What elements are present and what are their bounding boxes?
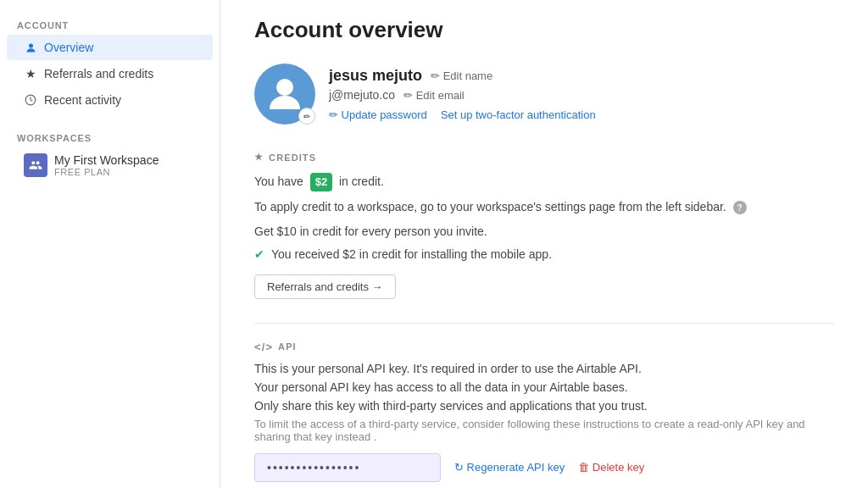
credit-intro-before: You have: [254, 175, 303, 188]
delete-key-link[interactable]: 🗑 Delete key: [578, 461, 644, 474]
credit-intro: You have $2 in credit.: [254, 173, 834, 191]
user-actions: ✏ Update password Set up two-factor auth…: [329, 108, 596, 121]
edit-email-link[interactable]: ✏ Edit email: [403, 89, 465, 102]
referrals-button[interactable]: Referrals and credits →: [254, 274, 396, 299]
credits-section: ★ CREDITS You have $2 in credit. To appl…: [254, 152, 834, 299]
clock-icon: [24, 93, 37, 107]
credits-content: You have $2 in credit. To apply credit t…: [254, 173, 834, 299]
user-name-row: jesus mejuto ✏ Edit name: [329, 67, 596, 85]
api-description: This is your personal API key. It's requ…: [254, 362, 834, 443]
svg-point-2: [276, 79, 293, 96]
workspace-icon: [24, 153, 47, 177]
workspace-plan: FREE PLAN: [54, 167, 159, 177]
api-section: </> API This is your personal API key. I…: [254, 341, 834, 482]
person-icon: [24, 41, 37, 54]
sidebar-item-overview[interactable]: Overview: [7, 35, 213, 60]
workspace-info: My First Workspace FREE PLAN: [54, 153, 159, 177]
sidebar-item-recent[interactable]: Recent activity: [7, 87, 213, 113]
credits-label-text: CREDITS: [269, 152, 316, 163]
sidebar-workspace[interactable]: My First Workspace FREE PLAN: [7, 147, 213, 183]
sidebar-item-recent-label: Recent activity: [44, 93, 121, 107]
user-info: jesus mejuto ✏ Edit name j@mejuto.co ✏ E…: [329, 64, 596, 121]
user-name: jesus mejuto: [329, 67, 422, 85]
apply-instruction: To apply credit to a workspace, go to yo…: [254, 198, 834, 216]
workspace-name: My First Workspace: [54, 153, 159, 167]
star-credits-icon: ★: [254, 152, 264, 163]
invite-instruction: Get $10 in credit for every person you i…: [254, 223, 834, 241]
api-line1: This is your personal API key. It's requ…: [254, 362, 834, 375]
credits-section-label: ★ CREDITS: [254, 152, 834, 163]
update-password-link[interactable]: ✏ Update password: [329, 108, 427, 121]
star-icon: ★: [24, 67, 37, 80]
api-limit-note: To limit the access of a third-party ser…: [254, 418, 834, 443]
sidebar-section-workspaces: WORKSPACES: [0, 126, 220, 147]
edit-name-link[interactable]: ✏ Edit name: [431, 69, 492, 82]
api-section-label: </> API: [254, 341, 834, 353]
received-credit-row: ✔ You received $2 in credit for installi…: [254, 247, 834, 261]
two-factor-link[interactable]: Set up two-factor authentication: [441, 108, 596, 121]
regenerate-api-key-link[interactable]: ↻ Regenerate API key: [454, 461, 565, 474]
code-icon: </>: [254, 341, 273, 353]
sidebar-item-referrals-label: Referrals and credits: [44, 67, 153, 80]
checkmark-icon: ✔: [254, 247, 264, 261]
page-title: Account overview: [254, 17, 834, 43]
user-email-row: j@mejuto.co ✏ Edit email: [329, 88, 596, 102]
api-line3: Only share this key with third-party ser…: [254, 399, 834, 413]
sidebar-section-account: ACCOUNT: [0, 14, 220, 34]
credit-intro-after: in credit.: [339, 175, 384, 188]
avatar-edit-button[interactable]: ✏: [298, 108, 315, 125]
user-profile: ✏ jesus mejuto ✏ Edit name j@mejuto.co ✏…: [254, 64, 834, 125]
credit-amount-badge: $2: [310, 173, 332, 191]
section-divider: [254, 323, 834, 324]
svg-point-0: [29, 43, 33, 47]
sidebar-item-referrals[interactable]: ★ Referrals and credits: [7, 61, 213, 86]
api-line2: Your personal API key has access to all …: [254, 380, 834, 394]
sidebar-item-overview-label: Overview: [44, 41, 93, 54]
sidebar: ACCOUNT Overview ★ Referrals and credits…: [0, 0, 220, 488]
received-credit-label: You received $2 in credit for installing…: [271, 247, 552, 261]
user-email: j@mejuto.co: [329, 88, 395, 102]
avatar-container: ✏: [254, 64, 315, 125]
help-icon[interactable]: ?: [733, 201, 747, 214]
referrals-button-label: Referrals and credits →: [267, 280, 383, 293]
api-label-text: API: [278, 341, 297, 352]
api-key-input[interactable]: [254, 453, 441, 482]
main-content: Account overview ✏ jesus mejuto ✏ Edit n…: [220, 0, 868, 488]
api-key-row: ↻ Regenerate API key 🗑 Delete key: [254, 453, 834, 482]
